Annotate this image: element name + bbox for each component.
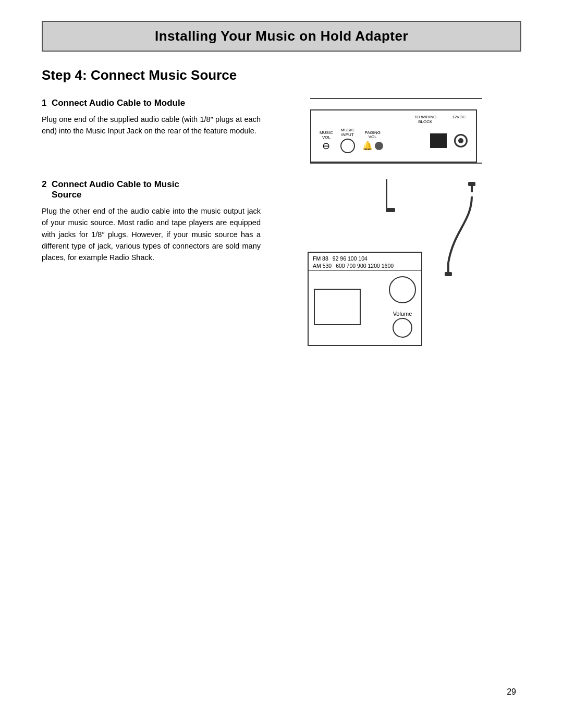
radio-box: FM 88 92 96 100 104 AM 530 600 700 900 1… <box>308 252 422 346</box>
cable-svg <box>422 179 485 283</box>
vdc-label: 12VDC <box>452 115 466 119</box>
volume-label: Volume <box>393 311 412 317</box>
volume-knob <box>393 318 412 338</box>
svg-rect-3 <box>445 272 452 276</box>
paging-dot <box>375 142 383 150</box>
tuner-knob <box>389 276 416 303</box>
radio-controls: Volume <box>389 276 416 338</box>
wiring-block <box>430 133 447 148</box>
section2-heading: 2 Connect Audio Cable to Music Source <box>42 179 261 200</box>
paging-symbol: 🔔 <box>362 141 373 151</box>
module-diagram-area: TO WIRING BLOCK 12VDC MUSICVOL ⊖ <box>271 98 521 164</box>
wiring-block-control <box>430 133 447 148</box>
power-jack <box>454 134 468 147</box>
radio-scale: FM 88 92 96 100 104 AM 530 600 700 900 1… <box>309 253 421 271</box>
radio-body: Volume <box>309 271 421 345</box>
to-wiring-label: TO WIRING <box>414 115 436 119</box>
section1-body: Plug one end of the supplied audio cable… <box>42 114 261 137</box>
page-title: Installing Your Music on Hold Adapter <box>53 28 510 44</box>
music-input-label: MUSICINPUT <box>341 128 354 138</box>
section1-heading: 1 Connect Audio Cable to Module <box>42 98 261 108</box>
page-number: 29 <box>507 687 516 697</box>
svg-rect-1 <box>468 182 475 186</box>
antenna <box>386 179 395 212</box>
section2-text: 2 Connect Audio Cable to Music Source Pl… <box>42 179 261 264</box>
block-label: BLOCK <box>418 119 432 124</box>
step-heading: Step 4: Connect Music Source <box>42 67 521 83</box>
am-values: 600 700 900 1200 1600 <box>336 263 394 269</box>
paging-vol-label: PAGINGVOL <box>365 131 381 140</box>
radio-diagram-area: FM 88 92 96 100 104 AM 530 600 700 900 1… <box>271 179 521 346</box>
module-diagram: TO WIRING BLOCK 12VDC MUSICVOL ⊖ <box>310 109 477 163</box>
power-jack-control <box>454 134 468 147</box>
fm-values: 92 96 100 104 <box>333 255 368 262</box>
section2-body: Plug the other end of the audio cable in… <box>42 205 261 264</box>
music-input-control: MUSICINPUT <box>340 128 355 153</box>
music-vol-label: MUSICVOL <box>320 131 333 140</box>
am-label: AM 530 <box>313 263 332 269</box>
music-vol-jack: ⊖ <box>322 141 330 151</box>
music-vol-control: MUSICVOL ⊖ <box>320 131 333 151</box>
paging-vol-control: PAGINGVOL 🔔 <box>362 131 383 151</box>
music-input-jack <box>340 139 355 153</box>
page-header: Installing Your Music on Hold Adapter <box>42 21 521 52</box>
fm-label: FM 88 <box>313 255 328 262</box>
volume-area: Volume <box>393 311 412 338</box>
radio-speaker <box>314 289 361 325</box>
section1-text: 1 Connect Audio Cable to Module Plug one… <box>42 98 261 137</box>
